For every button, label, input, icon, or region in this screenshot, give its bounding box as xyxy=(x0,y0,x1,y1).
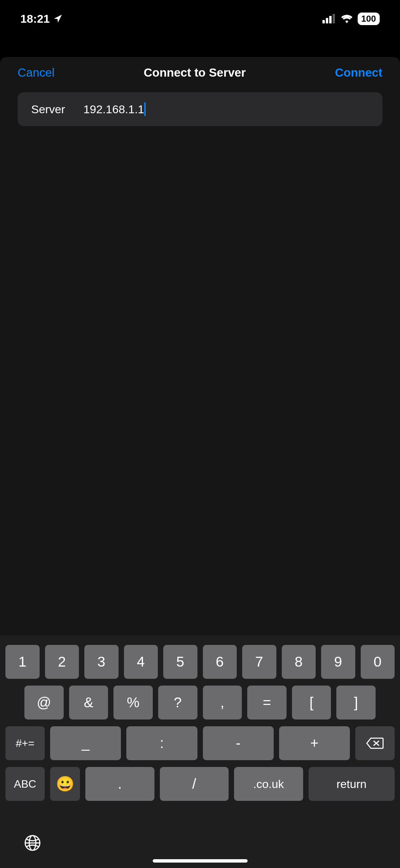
key-5[interactable]: 5 xyxy=(163,645,197,679)
cellular-icon xyxy=(322,14,336,23)
server-label: Server xyxy=(31,103,65,116)
key-percent[interactable]: % xyxy=(113,686,153,719)
modal-title: Connect to Server xyxy=(144,66,246,79)
key-emoji[interactable]: 😀 xyxy=(50,767,80,801)
nav-bar: Cancel Connect to Server Connect xyxy=(0,57,400,92)
key-2[interactable]: 2 xyxy=(45,645,79,679)
key-colon[interactable]: : xyxy=(126,726,197,760)
backspace-icon xyxy=(366,737,384,750)
status-bar: 18:21 100 xyxy=(0,0,400,37)
status-right: 100 xyxy=(322,13,380,25)
key-open-bracket[interactable]: [ xyxy=(292,686,331,719)
server-field-row[interactable]: Server 192.168.1.1 xyxy=(18,92,382,126)
emoji-icon: 😀 xyxy=(56,775,75,793)
home-indicator[interactable] xyxy=(153,859,248,863)
key-question[interactable]: ? xyxy=(158,686,197,719)
key-4[interactable]: 4 xyxy=(124,645,158,679)
keyboard-row-3: #+= _ : - + xyxy=(0,726,400,760)
key-domain[interactable]: .co.uk xyxy=(234,767,303,801)
key-0[interactable]: 0 xyxy=(361,645,395,679)
key-slash[interactable]: / xyxy=(160,767,229,801)
key-minus[interactable]: - xyxy=(203,726,274,760)
key-3[interactable]: 3 xyxy=(84,645,119,679)
svg-rect-3 xyxy=(333,14,335,23)
svg-rect-2 xyxy=(329,16,332,23)
key-period[interactable]: . xyxy=(85,767,154,801)
key-close-bracket[interactable]: ] xyxy=(336,686,376,719)
status-left: 18:21 xyxy=(20,12,63,25)
key-8[interactable]: 8 xyxy=(282,645,316,679)
key-return[interactable]: return xyxy=(309,767,395,801)
keyboard-row-1: 1 2 3 4 5 6 7 8 9 0 xyxy=(0,645,400,679)
keyboard-row-4: ABC 😀 . / .co.uk return xyxy=(0,767,400,801)
svg-rect-0 xyxy=(322,20,325,23)
svg-rect-1 xyxy=(326,18,328,23)
location-icon xyxy=(53,14,63,23)
key-backspace[interactable] xyxy=(355,726,395,760)
key-underscore[interactable]: _ xyxy=(50,726,121,760)
key-at[interactable]: @ xyxy=(24,686,64,719)
battery-indicator: 100 xyxy=(358,13,380,25)
wifi-icon xyxy=(341,14,353,23)
server-input[interactable]: 192.168.1.1 xyxy=(83,103,144,116)
text-cursor xyxy=(144,102,146,116)
connect-button[interactable]: Connect xyxy=(335,66,382,79)
keyboard-row-2: @ & % ? , = [ ] xyxy=(0,686,400,719)
key-9[interactable]: 9 xyxy=(321,645,355,679)
keyboard: 1 2 3 4 5 6 7 8 9 0 @ & % ? , = [ ] #+= … xyxy=(0,635,400,868)
cancel-button[interactable]: Cancel xyxy=(18,66,55,79)
key-7[interactable]: 7 xyxy=(242,645,276,679)
key-equals[interactable]: = xyxy=(247,686,287,719)
key-comma[interactable]: , xyxy=(203,686,242,719)
key-symbols[interactable]: #+= xyxy=(5,726,45,760)
key-6[interactable]: 6 xyxy=(203,645,237,679)
key-1[interactable]: 1 xyxy=(5,645,40,679)
server-input-wrap[interactable]: 192.168.1.1 xyxy=(83,102,146,116)
key-plus[interactable]: + xyxy=(279,726,350,760)
globe-icon[interactable] xyxy=(24,834,41,852)
key-abc[interactable]: ABC xyxy=(5,767,45,801)
key-ampersand[interactable]: & xyxy=(69,686,108,719)
status-time: 18:21 xyxy=(20,12,50,25)
